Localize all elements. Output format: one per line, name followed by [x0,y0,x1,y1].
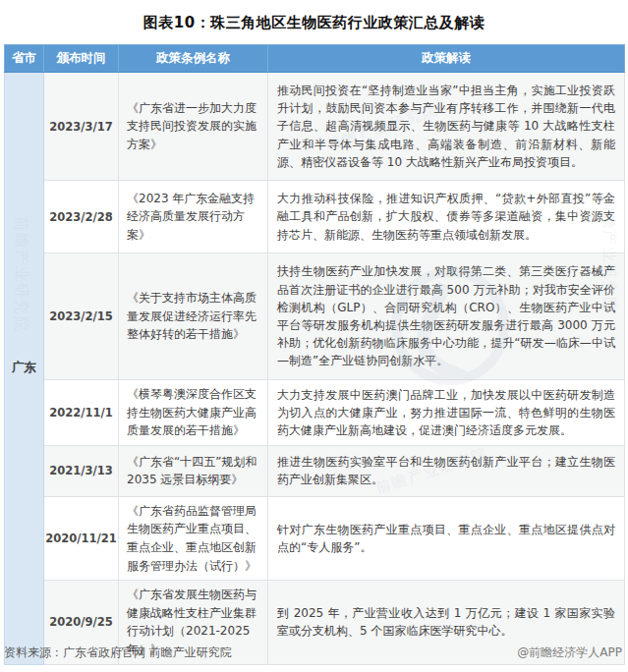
interpretation-cell: 大力推动科技保险，推进知识产权质押、“贷款+外部直投”等金融工具和产品创新，扩大… [268,181,625,253]
interpretation-cell: 扶持生物医药产业加快发展，对取得第二类、第三类医疗器械产品首次注册证书的企业进行… [268,253,625,380]
policy-table: 省市 颁布时间 政策条例名称 政策解读 广东 2023/3/17 《广东省进一步… [4,44,625,665]
table-row: 2020/11/21 《广东省药品监督管理局生物医药产业重点项目、重点企业、重点… [5,496,625,580]
date-cell: 2023/2/28 [44,181,119,253]
header-policy-name: 政策条例名称 [119,45,268,73]
interpretation-cell: 大力支持发展中医药澳门品牌工业，加快发展以中医药研发制造为切入点的大健康产业，努… [268,380,625,446]
date-cell: 2022/11/1 [44,380,119,446]
date-cell: 2023/3/17 [44,73,119,181]
date-cell: 2021/3/13 [44,445,119,496]
table-row: 2023/2/28 《2023 年广东金融支持经济高质量发展行动方案》 大力推动… [5,181,625,253]
policy-name-cell: 《广东省进一步加大力度支持民间投资发展的实施方案》 [119,73,268,181]
table-row: 2022/11/1 《横琴粤澳深度合作区支持生物医药大健康产业高质量发展的若干措… [5,380,625,446]
data-source-text: 资料来源：广东省政府官网 前瞻产业研究院 [4,644,232,661]
policy-name-cell: 《关于支持市场主体高质量发展促进经济运行率先整体好转的若干措施》 [119,253,268,380]
publisher-handle-text: @前瞻经济学人APP [517,644,622,661]
date-cell: 2023/2/15 [44,253,119,380]
province-cell: 广东 [5,73,44,665]
table-row: 2023/2/15 《关于支持市场主体高质量发展促进经济运行率先整体好转的若干措… [5,253,625,380]
footer: 资料来源：广东省政府官网 前瞻产业研究院 @前瞻经济学人APP [4,644,622,661]
policy-name-cell: 《2023 年广东金融支持经济高质量发展行动方案》 [119,181,268,253]
page-title: 图表10：珠三角地区生物医药行业政策汇总及解读 [0,0,628,32]
table-row: 广东 2023/3/17 《广东省进一步加大力度支持民间投资发展的实施方案》 推… [5,73,625,181]
table-header-row: 省市 颁布时间 政策条例名称 政策解读 [5,45,625,73]
policy-name-cell: 《横琴粤澳深度合作区支持生物医药大健康产业高质量发展的若干措施》 [119,380,268,446]
interpretation-cell: 推进生物医药实验室平台和生物医药创新产业平台；建立生物医药产业创新集聚区。 [268,445,625,496]
header-interpretation: 政策解读 [268,45,625,73]
interpretation-cell: 针对广东生物医药产业重点项目、重点企业、重点地区提供点对点的“专人服务”。 [268,496,625,580]
interpretation-cell: 推动民间投资在“坚持制造业当家”中担当主角，实施工业投资跃升计划，鼓励民间资本参… [268,73,625,181]
table-row: 2021/3/13 《广东省“十四五”规划和 2035 远景目标纲要》 推进生物… [5,445,625,496]
date-cell: 2020/11/21 [44,496,119,580]
header-date: 颁布时间 [44,45,119,73]
policy-name-cell: 《广东省“十四五”规划和 2035 远景目标纲要》 [119,445,268,496]
header-province: 省市 [5,45,44,73]
policy-name-cell: 《广东省药品监督管理局生物医药产业重点项目、重点企业、重点地区创新服务管理办法（… [119,496,268,580]
